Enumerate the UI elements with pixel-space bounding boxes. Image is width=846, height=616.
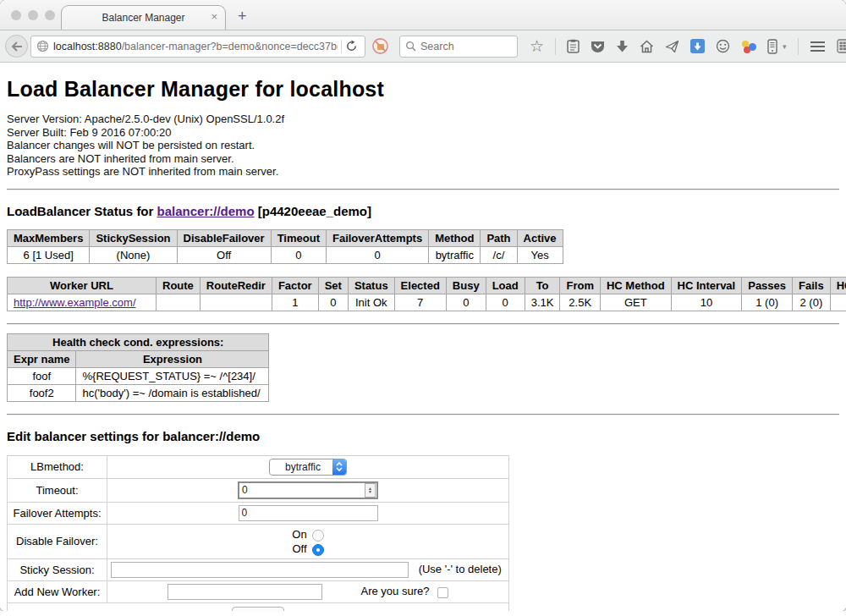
column-header: StickySession [90,229,177,246]
balancer-demo-link[interactable]: balancer://demo [157,204,255,218]
toolbar-separator [798,38,799,55]
url-bar[interactable]: localhost:8880/balancer-manager?b=demo&n… [30,36,365,58]
zoom-window-button[interactable] [45,10,55,20]
feedback-smiley-icon[interactable] [716,39,730,53]
timeout-label: Timeout: [8,478,107,502]
back-button[interactable] [5,35,28,58]
health-check-table: Health check cond. expressions: Expr nam… [7,333,269,402]
cell [830,294,846,311]
cell: 10 [671,294,742,311]
reload-icon[interactable] [345,40,358,52]
add-worker-input[interactable] [168,584,322,600]
column-header: Expression [76,350,269,367]
column-header: Worker URL [8,277,157,294]
cell: bytraffic [429,246,481,263]
column-header: Expr name [8,350,76,367]
column-header: Elected [394,277,446,294]
balancer-status-table: MaxMembers StickySession DisableFailover… [7,229,563,264]
are-you-sure-checkbox[interactable] [437,587,448,598]
menu-icon[interactable] [810,41,826,52]
server-built-line: Server Built: Feb 9 2016 07:00:20 [7,126,839,140]
cell: 3.1K [525,294,560,311]
cell: 0 [446,294,486,311]
column-header: Timeout [271,229,326,246]
form-row-timeout: Timeout: ▲▼ [8,478,509,502]
navigation-toolbar: localhost:8880/balancer-manager?b=demo&n… [0,30,846,63]
column-header: DisableFailover [177,229,271,246]
column-header: Set [318,277,348,294]
search-input[interactable] [420,41,505,52]
tile-grid-icon[interactable] [837,39,846,53]
pocket-icon[interactable] [591,40,605,53]
cell: 1 [272,294,318,311]
close-window-button[interactable] [11,10,21,20]
page-content: Load Balancer Manager for localhost Serv… [0,63,846,611]
table-header-row: MaxMembers StickySession DisableFailover… [8,229,563,246]
form-row-failover-attempts: Failover Attempts: [8,502,509,524]
send-plane-icon[interactable] [665,40,679,53]
tab-close-icon[interactable]: × [211,11,217,23]
search-icon [405,41,416,52]
column-header: HC Interval [671,277,742,294]
cell-expression: %{REQUEST_STATUS} =~ /^[234]/ [76,367,269,384]
multicolor-extension-icon[interactable] [741,39,756,54]
sticky-session-input[interactable] [111,562,409,578]
form-row-disable-failover: Disable Failover: On Off [8,524,509,558]
cell [157,294,201,311]
table-row: http://www.example.com/ 1 0 Init Ok 7 0 … [8,294,846,311]
cell: 0 [271,246,326,263]
column-header: To [525,277,560,294]
browser-tab[interactable]: Balancer Manager × [61,5,226,30]
column-header: Fails [793,277,831,294]
download-helper-icon[interactable] [690,39,705,53]
divider [7,323,839,325]
cell: Init Ok [348,294,394,311]
url-text[interactable]: localhost:8880/balancer-manager?b=demo&n… [53,41,338,52]
column-header: HC Method [600,277,671,294]
submit-button[interactable]: Submit [232,607,283,611]
chevron-down-icon[interactable]: ▾ [783,42,787,51]
server-version-line: Server Version: Apache/2.5.0-dev (Unix) … [7,113,839,126]
failover-on-radio[interactable] [312,530,324,542]
column-header: Active [517,229,563,246]
table-row: 6 [1 Used] (None) Off 0 0 bytraffic /c/ … [8,246,563,263]
column-header: HC uri [830,277,846,294]
table-title-row: Health check cond. expressions: [8,333,269,350]
toolbar-separator [555,38,556,55]
table-header-row: Expr name Expression [8,350,269,367]
form-row-add-worker: Add New Worker: Are you sure? [8,580,509,602]
number-spinner-icon[interactable]: ▲▼ [365,483,376,498]
toolbar-icons: ☆ [530,38,846,55]
column-header: RouteRedir [200,277,272,294]
table-row: foof %{REQUEST_STATUS} =~ /^[234]/ [8,367,269,384]
sticky-session-label: Sticky Session: [8,558,107,580]
column-header: Path [481,229,517,246]
device-sync-icon[interactable] [767,39,777,54]
select-stepper-icon [332,459,346,475]
cell: 6 [1 Used] [8,246,90,263]
home-icon[interactable] [640,40,654,53]
content-blocked-icon[interactable] [371,37,389,55]
column-header: MaxMembers [8,229,90,246]
timeout-input[interactable] [239,483,365,497]
new-tab-button[interactable]: + [238,8,247,25]
bookmark-star-icon[interactable]: ☆ [530,39,544,54]
failover-attempts-input[interactable] [239,505,378,521]
column-header: Status [348,277,394,294]
site-globe-icon [36,40,49,52]
worker-url-link[interactable]: http://www.example.com/ [14,296,136,309]
column-header: Passes [742,277,793,294]
search-bar[interactable] [399,36,518,58]
cell [200,294,272,311]
minimize-window-button[interactable] [28,10,38,20]
failover-off-radio[interactable] [312,544,324,556]
lbmethod-select[interactable]: bytraffic [269,459,347,476]
health-check-title: Health check cond. expressions: [8,333,269,350]
cell: 1 (0) [742,294,793,311]
table-row: foof2 hc('body') =~ /domain is establish… [8,384,269,401]
reading-list-icon[interactable] [567,39,580,53]
downloads-icon[interactable] [616,40,629,53]
persist-note-line: Balancer changes will NOT be persisted o… [7,139,839,152]
proxypass-note-line: ProxyPass settings are NOT inherited fro… [7,165,839,179]
disable-failover-label: Disable Failover: [8,524,107,558]
